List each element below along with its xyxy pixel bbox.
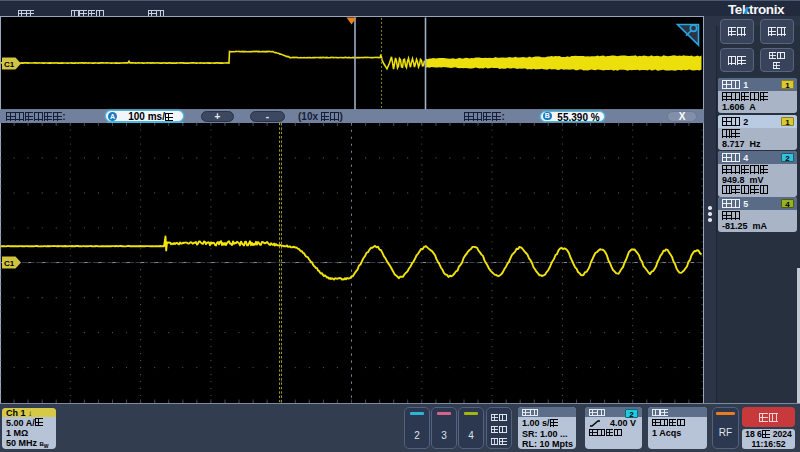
- svg-text:C1: C1: [4, 259, 15, 268]
